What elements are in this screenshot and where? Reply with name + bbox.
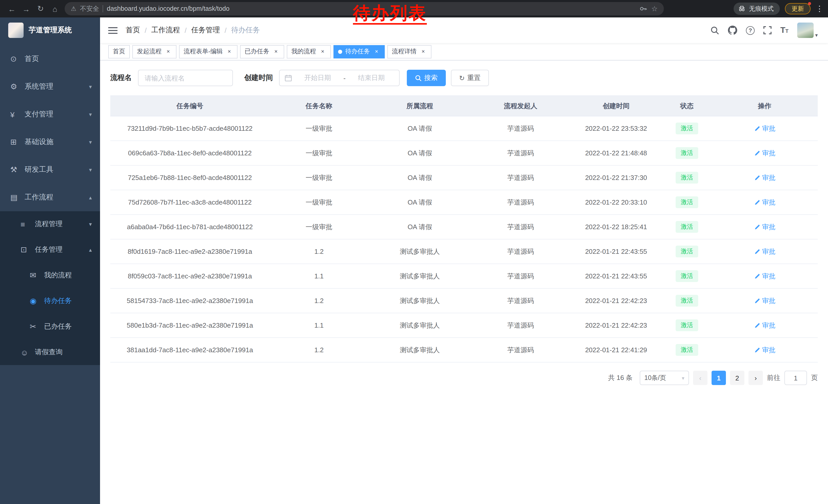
- table-header-row: 任务编号任务名称所属流程流程发起人创建时间状态操作: [110, 96, 818, 116]
- fullscreen-icon[interactable]: [763, 26, 772, 34]
- help-icon[interactable]: ?: [746, 26, 755, 35]
- back-icon[interactable]: ←: [5, 2, 18, 15]
- tab-6[interactable]: 流程详情×: [387, 45, 431, 58]
- key-icon[interactable]: [639, 5, 648, 13]
- date-separator: -: [343, 74, 346, 82]
- approve-link[interactable]: 审批: [754, 173, 776, 182]
- process-cell: 测试多审批人: [369, 239, 471, 264]
- task-name-cell: 1.2: [270, 239, 369, 264]
- tab-3[interactable]: 已办任务×: [240, 45, 284, 58]
- approve-link[interactable]: 审批: [754, 222, 776, 231]
- sidebar-item-payment[interactable]: ¥支付管理▾: [0, 100, 100, 128]
- user-avatar[interactable]: ▾: [797, 22, 818, 38]
- date-range-picker[interactable]: 开始日期 - 结束日期: [279, 70, 400, 86]
- goto-page-input[interactable]: [784, 371, 807, 385]
- table-row: 725a1eb6-7b88-11ec-8ef0-acde48001122一级审批…: [110, 165, 818, 190]
- status-cell: 激活: [662, 190, 711, 215]
- process-cell: 测试多审批人: [369, 288, 471, 313]
- page-size-select[interactable]: 10条/页 ▾: [640, 371, 689, 385]
- chevron-down-icon: ▾: [89, 166, 92, 173]
- github-icon[interactable]: [728, 26, 737, 35]
- url-text[interactable]: dashboard.yudao.iocoder.cn/bpm/task/todo: [107, 5, 230, 12]
- page-button-2[interactable]: 2: [730, 371, 744, 385]
- tab-0[interactable]: 首页: [108, 45, 130, 58]
- approve-link[interactable]: 审批: [754, 247, 776, 256]
- search-icon[interactable]: [710, 26, 719, 35]
- total-count: 共 16 条: [608, 373, 632, 382]
- font-size-icon[interactable]: TT: [780, 26, 788, 34]
- status-badge: 激活: [676, 172, 698, 184]
- status-badge: 激活: [676, 319, 698, 331]
- approve-link[interactable]: 审批: [754, 272, 776, 281]
- initiator-cell: 芋道源码: [471, 190, 570, 215]
- close-icon[interactable]: ×: [273, 48, 280, 55]
- approve-link[interactable]: 审批: [754, 296, 776, 305]
- status-badge: 激活: [676, 245, 698, 258]
- next-page-button[interactable]: ›: [748, 371, 763, 385]
- breadcrumb-item[interactable]: 首页: [126, 26, 140, 35]
- sidebar-item-task-mgmt[interactable]: ⊡任务管理▴: [0, 237, 100, 263]
- task-name-cell: 1.2: [270, 288, 369, 313]
- sidebar-item-leave-query[interactable]: ☺请假查询: [0, 339, 100, 365]
- breadcrumb-separator: /: [185, 26, 187, 34]
- home-icon[interactable]: ⌂: [48, 2, 61, 15]
- close-icon[interactable]: ×: [226, 48, 233, 55]
- tab-2[interactable]: 流程表单-编辑×: [179, 45, 238, 58]
- chevron-down-icon: ▾: [89, 221, 92, 227]
- reset-button[interactable]: ↻ 重置: [451, 70, 489, 86]
- forward-icon[interactable]: →: [19, 2, 33, 15]
- table-row: 8f059c03-7ac8-11ec-a9e2-a2380e71991a1.1测…: [110, 264, 818, 288]
- approve-link-label: 审批: [762, 247, 776, 256]
- sidebar-item-done-task[interactable]: ✂已办任务: [0, 314, 100, 339]
- approve-link[interactable]: 审批: [754, 148, 776, 158]
- sidebar-item-devtools[interactable]: ⚒研发工具▾: [0, 156, 100, 184]
- sidebar-item-workflow[interactable]: ▤工作流程▴: [0, 184, 100, 211]
- tab-4[interactable]: 我的流程×: [287, 45, 331, 58]
- bookmark-star-icon[interactable]: ☆: [651, 5, 658, 13]
- update-button[interactable]: 更新: [785, 3, 811, 14]
- process-cell: 测试多审批人: [369, 264, 471, 288]
- table-row: 580e1b3d-7ac8-11ec-a9e2-a2380e71991a1.1测…: [110, 313, 818, 338]
- task-name-cell: 一级审批: [270, 215, 369, 239]
- process-icon: ≡: [20, 220, 33, 228]
- sidebar-item-infrastructure[interactable]: ⊞基础设施▾: [0, 128, 100, 156]
- sidebar-item-todo-task[interactable]: ◉待办任务: [0, 288, 100, 314]
- process-name-input[interactable]: [138, 70, 233, 86]
- initiator-cell: 芋道源码: [471, 264, 570, 288]
- prev-page-button[interactable]: ‹: [693, 371, 707, 385]
- incognito-icon: [738, 5, 746, 13]
- sidebar-item-home[interactable]: ⊙首页: [0, 45, 100, 73]
- page-button-1[interactable]: 1: [711, 371, 726, 385]
- reload-icon[interactable]: ↻: [34, 2, 47, 15]
- logo[interactable]: 芋道管理系统: [0, 17, 100, 43]
- action-cell: 审批: [711, 313, 818, 338]
- close-icon[interactable]: ×: [165, 48, 172, 55]
- approve-link[interactable]: 审批: [754, 198, 776, 207]
- table-body: 73211d9d-7b9b-11ec-b5b7-acde48001122一级审批…: [110, 116, 818, 362]
- approve-link[interactable]: 审批: [754, 124, 776, 133]
- sidebar-item-my-process[interactable]: ✉我的流程: [0, 263, 100, 288]
- sidebar-item-process-mgmt[interactable]: ≡流程管理▾: [0, 211, 100, 237]
- breadcrumb-item[interactable]: 任务管理: [191, 26, 220, 35]
- sidebar-toggle-icon[interactable]: [108, 27, 118, 34]
- approve-link[interactable]: 审批: [754, 321, 776, 330]
- tab-1[interactable]: 发起流程×: [132, 45, 176, 58]
- annotation-overlay: 待办列表: [353, 3, 427, 25]
- browser-menu-icon[interactable]: ⋮: [816, 4, 823, 13]
- approve-link[interactable]: 审批: [754, 345, 776, 355]
- action-cell: 审批: [711, 215, 818, 239]
- search-button[interactable]: 搜索: [407, 70, 446, 86]
- filter-bar: 流程名 创建时间 开始日期 - 结束日期: [110, 70, 818, 86]
- sidebar-item-system[interactable]: ⚙系统管理▾: [0, 73, 100, 100]
- close-icon[interactable]: ×: [420, 48, 427, 55]
- close-icon[interactable]: ×: [373, 48, 380, 55]
- tab-label: 发起流程: [137, 47, 162, 56]
- close-icon[interactable]: ×: [319, 48, 326, 55]
- tab-5[interactable]: 待办任务×: [333, 45, 385, 58]
- status-cell: 激活: [662, 338, 711, 362]
- breadcrumb-item[interactable]: 工作流程: [151, 26, 180, 35]
- sidebar: 芋道管理系统 ⊙首页⚙系统管理▾¥支付管理▾⊞基础设施▾⚒研发工具▾▤工作流程▴…: [0, 17, 100, 504]
- end-date-placeholder[interactable]: 结束日期: [348, 73, 394, 83]
- start-date-placeholder[interactable]: 开始日期: [295, 73, 340, 83]
- chevron-down-icon: ▾: [815, 32, 818, 38]
